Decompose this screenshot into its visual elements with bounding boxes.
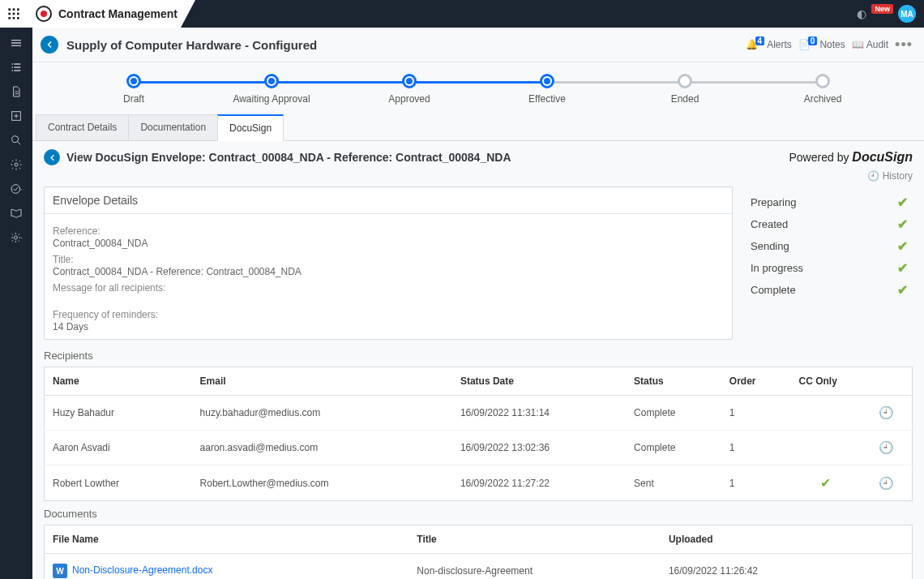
clock-icon: 🕘 — [867, 170, 879, 182]
envelope-back-button[interactable] — [44, 149, 60, 165]
nav-document-icon[interactable] — [0, 79, 32, 104]
table-row: WNon-Disclosure-Agreement.docxNon-disclo… — [45, 554, 913, 580]
nav-book-icon[interactable] — [0, 201, 32, 225]
menu-toggle[interactable] — [0, 31, 32, 55]
alerts-button[interactable]: 🔔 4 Alerts — [746, 39, 792, 50]
envelope-card-title: Envelope Details — [45, 187, 732, 214]
envelope-status-list: Preparing✔Created✔Sending✔In progress✔Co… — [746, 187, 913, 340]
main-panel: Supply of Computer Hardware - Configured… — [32, 28, 924, 579]
step-draft[interactable]: Draft — [65, 74, 203, 105]
new-badge: New — [871, 4, 893, 14]
history-link[interactable]: 🕘 History — [44, 170, 913, 182]
svg-rect-8 — [17, 17, 19, 19]
check-icon: ✔ — [897, 282, 908, 298]
powered-by: Powered by DocuSign — [789, 150, 913, 165]
recipients-title: Recipients — [44, 350, 913, 362]
svg-rect-3 — [8, 13, 11, 15]
status-sending: Sending✔ — [746, 235, 913, 257]
top-bar: Contract Management ◐ New MA — [0, 0, 924, 28]
notes-button[interactable]: 📄 0 Notes — [798, 39, 845, 50]
user-avatar[interactable]: MA — [898, 5, 916, 23]
nav-search-icon[interactable] — [0, 128, 32, 152]
logo-icon — [36, 6, 52, 22]
check-icon: ✔ — [897, 260, 908, 276]
left-sidebar — [0, 28, 32, 579]
svg-rect-2 — [17, 8, 19, 11]
svg-point-13 — [14, 236, 17, 239]
check-icon: ✔ — [897, 238, 908, 254]
clock-icon[interactable]: 🕘 — [879, 476, 894, 490]
workflow-stepper: DraftAwaiting ApprovalApprovedEffectiveE… — [32, 62, 924, 109]
status-preparing: Preparing✔ — [746, 191, 913, 213]
page-header: Supply of Computer Hardware - Configured… — [32, 28, 924, 62]
audit-button[interactable]: 📖 Audit — [852, 39, 888, 50]
tab-docusign[interactable]: DocuSign — [217, 114, 284, 141]
svg-rect-4 — [13, 13, 15, 15]
svg-rect-5 — [17, 13, 19, 15]
svg-rect-6 — [8, 17, 11, 19]
help-icon[interactable]: ◐ — [857, 7, 866, 20]
document-link[interactable]: Non-Disclosure-Agreement.docx — [72, 564, 212, 576]
table-row: Huzy Bahadurhuzy.bahadur@medius.com16/09… — [45, 396, 913, 431]
tab-contract-details[interactable]: Contract Details — [36, 114, 129, 140]
svg-point-11 — [15, 163, 18, 166]
page-title: Supply of Computer Hardware - Configured — [66, 38, 317, 52]
svg-rect-1 — [13, 8, 15, 11]
documents-title: Documents — [44, 508, 913, 520]
documents-table: File Name Title Uploaded WNon-Disclosure… — [44, 525, 913, 579]
check-icon: ✔ — [897, 195, 908, 210]
audit-icon: 📖 — [852, 39, 864, 50]
back-button[interactable] — [41, 36, 58, 54]
nav-add-icon[interactable] — [0, 104, 32, 128]
nav-gear-icon[interactable] — [0, 152, 32, 177]
tab-documentation[interactable]: Documentation — [128, 114, 218, 140]
table-row: Aaron Asvadiaaron.asvadi@medius.com16/09… — [45, 431, 913, 465]
step-ended[interactable]: Ended — [616, 74, 754, 105]
nav-list-icon[interactable] — [0, 55, 32, 79]
recipients-table: Name Email Status Date Status Order CC O… — [44, 367, 913, 501]
status-created: Created✔ — [746, 213, 913, 235]
app-logo-area[interactable]: Contract Management — [28, 0, 195, 28]
nav-check-icon[interactable] — [0, 177, 32, 201]
svg-point-12 — [11, 185, 20, 194]
envelope-details-card: Envelope Details Reference: Contract_000… — [44, 187, 733, 340]
svg-rect-7 — [13, 17, 15, 19]
status-complete: Complete✔ — [746, 279, 913, 301]
check-icon: ✔ — [897, 217, 908, 232]
svg-point-10 — [12, 136, 19, 143]
envelope-title: View DocuSign Envelope: Contract_00084_N… — [66, 151, 511, 164]
check-icon: ✔ — [820, 476, 831, 490]
table-row: Robert LowtherRobert.Lowther@medius.com1… — [45, 465, 913, 501]
step-awaiting-approval[interactable]: Awaiting Approval — [203, 74, 340, 105]
word-doc-icon: W — [53, 564, 67, 578]
app-title: Contract Management — [58, 7, 178, 20]
step-effective[interactable]: Effective — [478, 74, 616, 105]
detail-tabs: Contract DetailsDocumentationDocuSign — [32, 109, 924, 141]
clock-icon[interactable]: 🕘 — [879, 440, 894, 454]
more-menu[interactable]: ••• — [895, 36, 913, 54]
status-in-progress: In progress✔ — [746, 257, 913, 279]
nav-gear2-icon[interactable] — [0, 225, 32, 250]
step-approved[interactable]: Approved — [340, 74, 478, 105]
apps-grid-button[interactable] — [0, 0, 28, 28]
clock-icon[interactable]: 🕘 — [879, 405, 894, 419]
svg-rect-0 — [8, 8, 11, 11]
step-archived[interactable]: Archived — [754, 74, 892, 105]
